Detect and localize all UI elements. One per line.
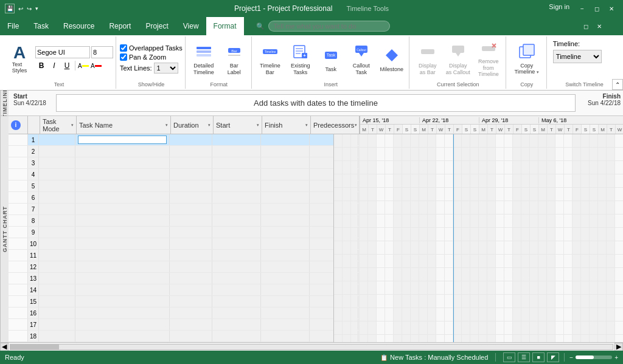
cell-duration[interactable]	[170, 215, 212, 226]
tell-me-input[interactable]	[268, 21, 390, 32]
cell-task-name[interactable]	[75, 307, 170, 318]
cell-task-mode[interactable]	[39, 157, 75, 168]
cell-task-mode[interactable]	[39, 238, 75, 249]
scroll-left-button[interactable]: ◀	[0, 343, 9, 351]
cell-finish[interactable]	[261, 146, 310, 157]
col-duration-header[interactable]: Duration ▾	[171, 116, 214, 134]
menu-format[interactable]: Format	[206, 17, 244, 35]
zoom-out-button[interactable]: −	[569, 354, 573, 361]
italic-button[interactable]: I	[48, 60, 60, 72]
cell-start[interactable]	[212, 331, 261, 342]
cell-task-mode[interactable]	[39, 250, 75, 261]
close-button[interactable]: ✕	[605, 3, 618, 14]
menu-resource[interactable]: Resource	[56, 17, 102, 35]
cell-duration[interactable]	[170, 307, 212, 318]
table-row[interactable]: 3	[9, 157, 333, 169]
table-row[interactable]: 14	[9, 284, 333, 296]
cell-task-name[interactable]	[75, 157, 170, 168]
cell-duration[interactable]	[170, 157, 212, 168]
cell-duration[interactable]	[170, 134, 212, 145]
view-network-button[interactable]: ◤	[547, 352, 559, 362]
save-button[interactable]: 💾	[5, 4, 15, 13]
cell-start[interactable]	[212, 204, 261, 215]
cell-task-name[interactable]	[75, 169, 170, 180]
cell-duration[interactable]	[170, 331, 212, 342]
cell-duration[interactable]	[170, 180, 212, 191]
zoom-slider[interactable]	[576, 355, 612, 359]
table-row[interactable]: 7	[9, 204, 333, 215]
remove-from-timeline-button[interactable]: Remove fromTimeline	[474, 38, 503, 80]
restore-button[interactable]: ◻	[590, 3, 604, 14]
table-row[interactable]: 18	[9, 331, 333, 342]
display-as-callout-button[interactable]: Displayas Callout	[444, 38, 473, 80]
col-start-header[interactable]: Start ▾	[214, 116, 262, 134]
cell-finish[interactable]	[261, 192, 310, 203]
table-row[interactable]: 16	[9, 307, 333, 319]
cell-task-name[interactable]	[75, 192, 170, 203]
display-as-bar-button[interactable]: Displayas Bar	[413, 38, 442, 80]
bold-button[interactable]: B	[35, 60, 47, 72]
cell-finish[interactable]	[261, 319, 310, 330]
cell-start[interactable]	[212, 261, 261, 272]
cell-start[interactable]	[212, 192, 261, 203]
milestone-button[interactable]: Milestone	[377, 38, 406, 80]
cell-finish[interactable]	[261, 157, 310, 168]
cell-task-mode[interactable]	[39, 192, 75, 203]
cell-start[interactable]	[212, 284, 261, 295]
table-row[interactable]: 6	[9, 192, 333, 204]
cell-finish[interactable]	[261, 227, 310, 238]
cell-duration[interactable]	[170, 192, 212, 203]
view-gantt-button[interactable]: ☰	[518, 352, 530, 362]
menu-view[interactable]: View	[176, 17, 206, 35]
task-name-input[interactable]	[78, 136, 167, 144]
detailed-timeline-button[interactable]: DetailedTimeline	[189, 38, 218, 80]
table-row[interactable]: 17	[9, 319, 333, 331]
cell-task-mode[interactable]	[39, 134, 75, 145]
table-row[interactable]: 2	[9, 146, 333, 157]
table-row[interactable]: 12	[9, 261, 333, 273]
cell-task-name[interactable]	[75, 250, 170, 261]
timeline-select[interactable]: Timeline	[553, 50, 602, 63]
table-row[interactable]: 11	[9, 250, 333, 261]
cell-duration[interactable]	[170, 296, 212, 307]
cell-task-name[interactable]	[75, 180, 170, 191]
menu-project[interactable]: Project	[138, 17, 175, 35]
ribbon-restore-btn[interactable]: ◻	[579, 21, 593, 32]
cell-task-name[interactable]	[75, 284, 170, 295]
cell-start[interactable]	[212, 250, 261, 261]
cell-task-name[interactable]	[75, 331, 170, 342]
callout-task-button[interactable]: Callout CalloutTask	[347, 38, 376, 80]
pan-zoom-checkbox-row[interactable]: Pan & Zoom	[120, 53, 166, 61]
cell-finish[interactable]	[261, 204, 310, 215]
table-row[interactable]: 13	[9, 273, 333, 284]
undo-button[interactable]: ↩	[18, 5, 23, 12]
font-size-input[interactable]	[91, 46, 113, 58]
ribbon-collapse-button[interactable]: ⌃	[612, 79, 623, 90]
cell-finish[interactable]	[261, 180, 310, 191]
cell-duration[interactable]	[170, 284, 212, 295]
cell-task-mode[interactable]	[39, 273, 75, 284]
cell-task-mode[interactable]	[39, 227, 75, 238]
cell-task-name[interactable]	[75, 227, 170, 238]
horizontal-scrollbar[interactable]: ◀ ▶	[0, 342, 623, 351]
table-row[interactable]: 5	[9, 180, 333, 192]
cell-task-name[interactable]	[75, 296, 170, 307]
cell-task-mode[interactable]	[39, 215, 75, 226]
overlapped-tasks-checkbox[interactable]	[120, 44, 127, 52]
col-finish-header[interactable]: Finish ▾	[262, 116, 311, 134]
copy-timeline-button[interactable]: CopyTimeline ▾	[510, 38, 544, 80]
cell-duration[interactable]	[170, 169, 212, 180]
customize-quick-access[interactable]: ▾	[35, 5, 38, 12]
col-task-mode-header[interactable]: TaskMode ▾	[40, 116, 77, 134]
table-row[interactable]: 9	[9, 227, 333, 238]
cell-start[interactable]	[212, 238, 261, 249]
text-styles-button[interactable]: A TextStyles	[5, 39, 34, 79]
cell-finish[interactable]	[261, 296, 310, 307]
cell-task-mode[interactable]	[39, 296, 75, 307]
cell-task-name[interactable]	[75, 204, 170, 215]
cell-task-name[interactable]	[75, 146, 170, 157]
scroll-track[interactable]	[10, 344, 613, 350]
cell-task-mode[interactable]	[39, 169, 75, 180]
view-calendar-button[interactable]: ■	[532, 352, 545, 362]
menu-file[interactable]: File	[0, 17, 26, 35]
